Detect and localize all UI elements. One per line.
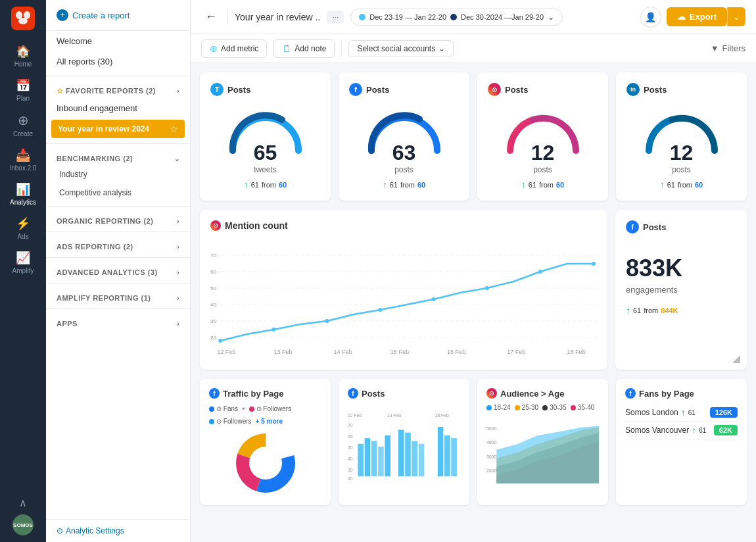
- sidebar-item-create[interactable]: ⊕ Create: [4, 109, 42, 141]
- twitter-metric-unit: tweets: [254, 165, 277, 174]
- plus-metric-icon: ⊕: [210, 43, 218, 54]
- fans-london-badge: 126K: [710, 407, 738, 418]
- create-report-button[interactable]: + Create a report: [57, 9, 179, 21]
- sidebar-item-inbox[interactable]: 📥 Inbox 2.0: [4, 144, 42, 176]
- linkedin-from-label: from: [678, 181, 692, 189]
- linkedin-platform-icon: in: [626, 83, 640, 96]
- metric-card-instagram: ⊙ Posts 12 posts ↑ 61 from 60: [477, 72, 608, 201]
- nav-year-review-active[interactable]: Your year in review 2024 ☆: [51, 120, 185, 138]
- nav-welcome[interactable]: Welcome: [46, 31, 190, 51]
- chevron-right-icon: ›: [177, 87, 179, 95]
- fb-eng-from-label: from: [644, 307, 658, 314]
- svg-text:17 Feb: 17 Feb: [507, 349, 525, 355]
- nav-section-advanced[interactable]: ADVANCED ANALYTICS (3) ›: [46, 262, 190, 279]
- svg-text:50: 50: [348, 445, 353, 450]
- chevron-apps-icon: ›: [177, 320, 179, 328]
- facebook-metric-value: 63: [392, 141, 416, 165]
- social-accounts-button[interactable]: Select social accounts ⌄: [348, 40, 454, 57]
- action-bar-divider: [341, 41, 342, 57]
- note-icon: 🗒: [282, 43, 291, 54]
- linkedin-card-title: Posts: [644, 85, 667, 95]
- traffic-more-link[interactable]: + 5 more: [256, 418, 283, 425]
- svg-text:5000: 5000: [486, 426, 496, 431]
- linkedin-arrow-icon: ↑: [660, 180, 665, 190]
- filters-button[interactable]: ▼ Filters: [711, 43, 745, 53]
- svg-text:16 Feb: 16 Feb: [447, 349, 465, 355]
- sidebar-item-home[interactable]: 🏠 Home: [4, 40, 42, 72]
- nav-section-apps[interactable]: APPS ›: [46, 313, 190, 330]
- instagram-arrow-icon: ↑: [521, 180, 526, 190]
- fb-eng-from-value: 844K: [661, 307, 678, 314]
- middle-row: ⊙ Mention count 12 Feb 13 Feb 14 Feb 15 …: [200, 210, 747, 370]
- page-title: Your year in review ..: [235, 12, 320, 22]
- plus-icon: +: [57, 9, 68, 21]
- fb-engagements-footer: ↑ 61 from 844K: [626, 305, 736, 316]
- legend-followers-pink-label: ⊙ Followers: [256, 405, 292, 412]
- nav-section-organic[interactable]: ORGANIC REPORTING (2) ›: [46, 210, 190, 228]
- svg-rect-52: [438, 427, 444, 476]
- nav-section-ads[interactable]: ADS REPORTING (2) ›: [46, 236, 190, 253]
- mention-count-card: ⊙ Mention count 12 Feb 13 Feb 14 Feb 15 …: [200, 210, 607, 370]
- analytics-settings-link[interactable]: ⊙ Analytic Settings: [57, 526, 179, 535]
- fans-vancouver-arrow: ↑: [692, 425, 696, 435]
- svg-rect-50: [412, 441, 417, 476]
- fans-by-page-card: f Fans by Page Somos London ↑ 61 126K So…: [616, 379, 747, 505]
- svg-text:30: 30: [348, 468, 353, 472]
- content-area: T Posts 65 tweets ↑ 61 from 60: [191, 63, 756, 542]
- export-dropdown-button[interactable]: ⌄: [727, 7, 745, 26]
- back-button[interactable]: ←: [201, 10, 221, 24]
- favorite-section-label: ☆ FAVORITE REPORTS (2): [57, 87, 156, 95]
- mention-chart-title: ⊙ Mention count: [210, 220, 597, 231]
- svg-point-25: [325, 319, 329, 323]
- fans-london-name: Somos London ↑ 61: [625, 407, 696, 418]
- chevron-down-social-icon: ⌄: [438, 44, 445, 53]
- age-legend-3540: 35-40: [571, 404, 595, 411]
- chevron-amplify-icon: ›: [177, 295, 179, 302]
- settings-circle-icon: ⊙: [57, 526, 63, 535]
- nav-section-amplify[interactable]: AMPLIFY REPORTING (1) ›: [46, 287, 190, 305]
- linkedin-comparison: 61: [667, 181, 675, 189]
- export-cloud-icon: ☁: [677, 12, 686, 22]
- card-header-facebook: f Posts: [349, 83, 459, 96]
- svg-point-24: [272, 328, 275, 332]
- user-accounts-button[interactable]: 👤: [640, 7, 661, 28]
- user-avatar[interactable]: SOMOS: [12, 514, 34, 535]
- facebook-card-title: Posts: [366, 85, 389, 95]
- svg-rect-54: [451, 438, 457, 476]
- sidebar-logo: [11, 7, 35, 32]
- sidebar-item-amplify[interactable]: 📈 Amplify: [4, 247, 42, 278]
- nav-section-benchmarking[interactable]: BENCHMARKING (2) ⌄: [46, 148, 190, 165]
- sidebar-collapse-btn[interactable]: ∧: [19, 497, 27, 509]
- nav-competitive[interactable]: Competitive analysis: [46, 184, 190, 202]
- svg-text:3000: 3000: [486, 455, 496, 459]
- nav-inbound-engagement[interactable]: Inbound engagement: [46, 98, 190, 118]
- date-range-2-label: Dec 30-2024 —Jan 29-20: [461, 13, 544, 21]
- svg-text:18 Feb: 18 Feb: [435, 413, 449, 418]
- create-icon: ⊕: [18, 112, 29, 128]
- fb-engagements-label: engagements: [626, 285, 736, 295]
- nav-industry[interactable]: Industry: [46, 165, 190, 184]
- svg-text:70: 70: [348, 423, 353, 428]
- nav-section-favorite[interactable]: ☆ FAVORITE REPORTS (2) ›: [46, 80, 190, 98]
- fans-row-vancouver: Somos Vancouver ↑ 61 62K: [625, 422, 738, 439]
- sidebar-item-ads[interactable]: ⚡ Ads: [4, 212, 42, 244]
- filter-icon: ▼: [711, 43, 719, 53]
- more-options-button[interactable]: ···: [327, 11, 344, 24]
- traffic-card-title: f Traffic by Page: [209, 388, 321, 399]
- legend-fans-dot: [209, 406, 214, 412]
- export-button[interactable]: ☁ Export: [667, 7, 727, 26]
- svg-point-27: [432, 297, 436, 301]
- date-range-selector[interactable]: Dec 23-19 — Jan 22-20 Dec 30-2024 —Jan 2…: [350, 9, 563, 26]
- add-note-button[interactable]: 🗒 Add note: [273, 39, 335, 58]
- legend-followers-blue-dot: [209, 419, 214, 424]
- instagram-platform-icon: ⊙: [488, 83, 501, 96]
- sidebar-item-plan[interactable]: 📅 Plan: [4, 74, 42, 106]
- fans-vancouver-name: Somos Vancouver ↑ 61: [625, 425, 706, 435]
- svg-point-30: [592, 262, 596, 266]
- svg-text:20: 20: [348, 476, 353, 481]
- user-icon: 👤: [645, 12, 656, 22]
- sidebar-item-analytics[interactable]: 📊 Analytics: [4, 178, 42, 210]
- add-metric-button[interactable]: ⊕ Add metric: [201, 39, 267, 58]
- traffic-by-page-card: f Traffic by Page ⊙ Fans • ⊙ Followers: [200, 379, 331, 505]
- nav-all-reports[interactable]: All reports (30): [46, 51, 190, 72]
